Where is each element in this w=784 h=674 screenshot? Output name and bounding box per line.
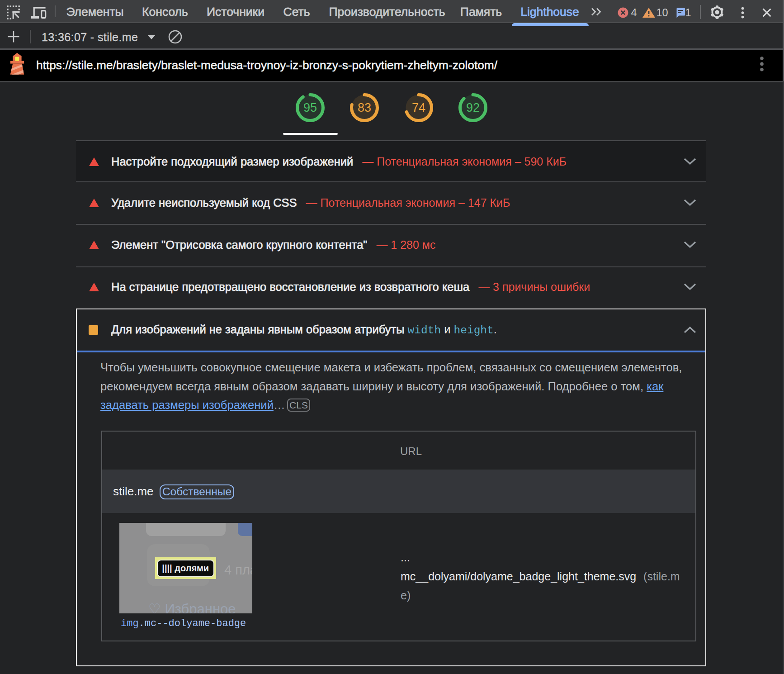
svg-text:74: 74	[412, 101, 425, 114]
svg-text:92: 92	[466, 101, 480, 114]
svg-text:83: 83	[358, 101, 371, 114]
svg-text:95: 95	[303, 101, 317, 114]
